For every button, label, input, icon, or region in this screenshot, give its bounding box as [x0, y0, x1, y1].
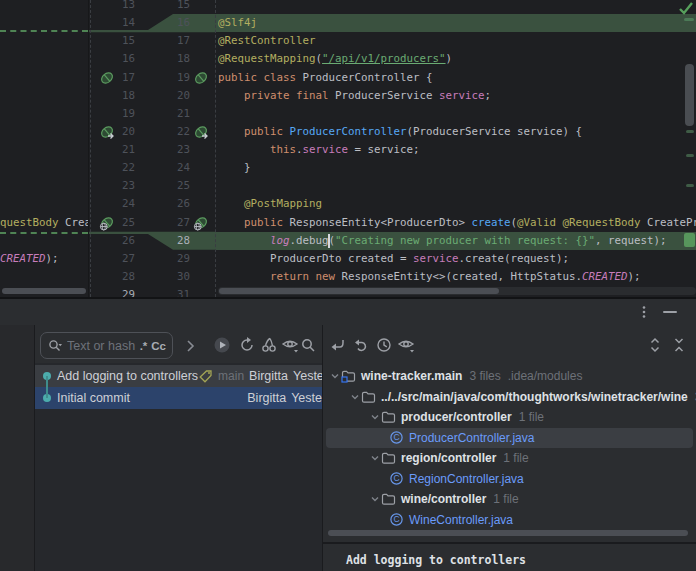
collapse-all-icon[interactable]: [670, 336, 688, 354]
code-token: ProducerService: [335, 89, 439, 102]
stripe-change-mark[interactable]: [686, 130, 694, 133]
commit-row[interactable]: Initial commitBirgittaYeste: [35, 387, 322, 409]
branch-ref-label: main: [218, 369, 244, 383]
diff-pane-divider: [88, 0, 89, 297]
code-token: , request);: [595, 234, 667, 247]
stripe-change-mark[interactable]: [686, 184, 694, 187]
code-line[interactable]: @Slf4j: [216, 14, 696, 32]
show-details-eye-icon[interactable]: [281, 336, 299, 354]
spring-bean-globe-icon[interactable]: [193, 215, 209, 231]
tree-file-row[interactable]: CRegionController.java: [323, 469, 696, 489]
match-case-toggle[interactable]: Cc: [151, 340, 166, 352]
new-line-number: 21: [158, 105, 190, 123]
left-pane-hscrollbar[interactable]: [2, 288, 86, 294]
tree-expand-chevron-icon[interactable]: [369, 411, 381, 423]
new-line-number: 31: [158, 286, 190, 297]
commit-list[interactable]: Add logging to controllersmainBirgittaYe…: [35, 363, 322, 571]
code-line[interactable]: public ProducerController(ProducerServic…: [216, 123, 696, 141]
code-token: ResponseEntity<ProducerDto>: [290, 216, 472, 229]
code-token: service: [303, 143, 349, 156]
diff-left-pane[interactable]: questBody CreatCREATED);: [0, 0, 88, 297]
commit-message-panel: Add logging to controllers: [323, 542, 696, 571]
new-line-number: 17: [158, 32, 190, 50]
code-token: [218, 234, 270, 247]
tree-expand-chevron-icon[interactable]: [369, 452, 381, 464]
history-clock-icon[interactable]: [375, 336, 393, 354]
more-options-kebab-icon[interactable]: [636, 304, 652, 320]
old-line-number: 26: [103, 232, 135, 250]
code-token: @RequestBody: [563, 216, 648, 229]
tree-dir-row[interactable]: region/controller1 file: [323, 448, 696, 468]
tree-path-hint: .idea/modules: [508, 369, 583, 383]
jump-to-source-icon[interactable]: [329, 336, 347, 354]
code-line[interactable]: ProducerDto created = service.create(req…: [216, 250, 696, 268]
tree-dir-label: region/controller: [401, 451, 496, 465]
code-line[interactable]: public ResponseEntity<ProducerDto> creat…: [216, 214, 696, 232]
cherry-pick-icon[interactable]: [260, 336, 278, 354]
new-line-number: 30: [158, 268, 190, 286]
code-token: log: [270, 234, 290, 247]
editor-vscrollbar-thumb[interactable]: [685, 64, 694, 126]
code-line[interactable]: @PostMapping: [216, 195, 696, 213]
stripe-change-mark[interactable]: [686, 154, 694, 157]
tree-expand-chevron-icon[interactable]: [329, 370, 341, 382]
rollback-icon[interactable]: [352, 336, 370, 354]
tree-file-row[interactable]: CProducerController.java: [323, 428, 696, 448]
spring-bean-arrow-icon[interactable]: [99, 124, 115, 140]
expand-all-icon[interactable]: [646, 336, 664, 354]
code-line[interactable]: [216, 177, 696, 195]
branch-tag-icon: [198, 369, 213, 384]
code-line[interactable]: this.service = service;: [216, 141, 696, 159]
stripe-caret-change-mark[interactable]: [684, 233, 695, 247]
tree-dir-row[interactable]: wine-tracker.main3 files.idea/modules: [323, 366, 696, 386]
code-line[interactable]: }: [216, 159, 696, 177]
code-line[interactable]: public class ProducerController {: [216, 69, 696, 87]
tree-expand-chevron-icon[interactable]: [349, 391, 361, 403]
inspections-ok-check-icon[interactable]: [678, 1, 694, 15]
spring-bean-icon[interactable]: [99, 70, 115, 86]
old-line-number: 15: [103, 32, 135, 50]
code-line[interactable]: return new ResponseEntity<>(created, Htt…: [216, 268, 696, 286]
spring-bean-icon[interactable]: [193, 70, 209, 86]
spring-bean-arrow-icon[interactable]: [193, 124, 209, 140]
code-line[interactable]: [216, 105, 696, 123]
code-token: public: [244, 216, 290, 229]
right-pane-hscrollbar-thumb[interactable]: [219, 288, 499, 294]
commit-message: Add logging to controllers: [57, 369, 198, 383]
tree-hscrollbar[interactable]: [328, 530, 688, 536]
commit-search-field[interactable]: Text or hash .* Cc: [40, 332, 173, 359]
expand-search-chevron-icon[interactable]: [181, 337, 199, 355]
tree-dir-label: ../../src/main/java/com/thoughtworks/win…: [381, 390, 688, 404]
diff-editor[interactable]: questBody CreatCREATED); 131514161517161…: [0, 0, 696, 297]
spring-bean-globe-icon[interactable]: [99, 215, 115, 231]
tree-dir-row[interactable]: wine/controller1 file: [323, 489, 696, 509]
code-line[interactable]: @RestController: [216, 32, 696, 50]
diff-right-pane[interactable]: @Slf4j@RestController@RequestMapping("/a…: [216, 0, 696, 297]
new-line-number: 27: [158, 214, 190, 232]
hide-toolwindow-icon[interactable]: [663, 311, 677, 313]
tree-dir-row[interactable]: ../../src/main/java/com/thoughtworks/win…: [323, 387, 696, 407]
go-to-hash-search-icon[interactable]: [299, 336, 317, 354]
commit-date: Yeste: [293, 369, 322, 383]
tree-expand-chevron-icon[interactable]: [369, 493, 381, 505]
preview-diff-eye-icon[interactable]: [397, 336, 415, 354]
java-class-icon: C: [389, 430, 404, 445]
code-line[interactable]: [216, 0, 696, 14]
stripe-change-mark[interactable]: [684, 18, 694, 21]
tree-dir-row[interactable]: producer/controller1 file: [323, 407, 696, 427]
refresh-icon[interactable]: [238, 336, 256, 354]
code-token: (ProducerService service) {: [407, 125, 583, 138]
tree-file-row[interactable]: CWineController.java: [323, 510, 696, 530]
old-line-number: 23: [103, 177, 135, 195]
regex-toggle[interactable]: .*: [140, 340, 148, 352]
tree-file-count: 1 file: [503, 451, 528, 465]
changed-files-tree[interactable]: wine-tracker.main3 files.idea/modules../…: [323, 363, 696, 571]
code-line[interactable]: @RequestMapping("/api/v1/producers"): [216, 50, 696, 68]
run-highlighted-commits-icon[interactable]: [213, 336, 231, 354]
code-token: [218, 125, 244, 138]
code-line[interactable]: private final ProducerService service;: [216, 87, 696, 105]
diff-insertion-marker: [0, 232, 88, 234]
new-line-number: 15: [158, 0, 190, 14]
code-line[interactable]: log.debug("Creating new producer with re…: [216, 232, 696, 250]
commit-row[interactable]: Add logging to controllersmainBirgittaYe…: [35, 365, 322, 387]
